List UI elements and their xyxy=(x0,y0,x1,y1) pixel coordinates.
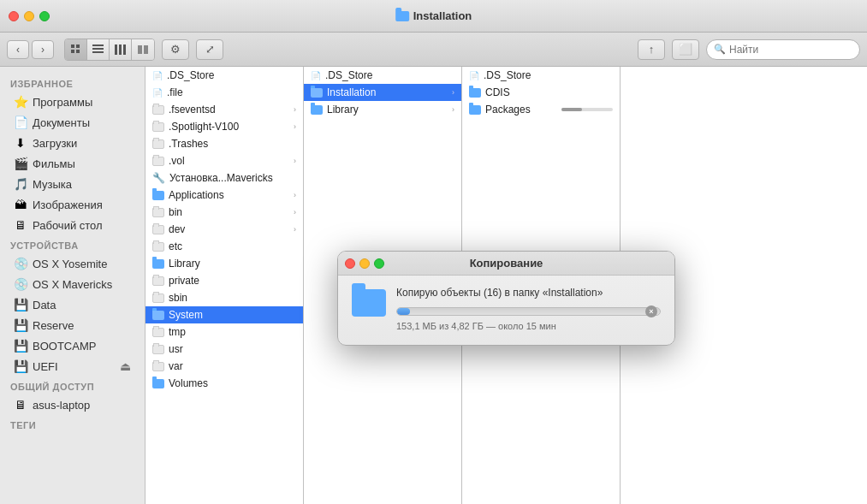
network-icon: 🖥 xyxy=(14,398,27,412)
back-icon: ‹ xyxy=(16,44,20,56)
svg-rect-3 xyxy=(76,50,80,53)
eject-icon[interactable]: ⏏ xyxy=(120,359,131,373)
view-cover-button[interactable] xyxy=(132,39,154,60)
hdd-icon: 💾 xyxy=(14,359,27,373)
sidebar: Избранное ⭐ Программы 📄 Документы ⬇ Загр… xyxy=(0,67,145,504)
sidebar-item-docs[interactable]: 📄 Документы xyxy=(3,113,141,132)
programs-icon: ⭐ xyxy=(14,95,27,109)
sidebar-item-label: Изображения xyxy=(33,199,103,211)
sidebar-item-osx-yosemite[interactable]: 💿 OS X Yosemite xyxy=(3,254,141,273)
title-text: Installation xyxy=(413,9,472,22)
close-button[interactable] xyxy=(9,11,19,21)
sidebar-item-label: OS X Yosemite xyxy=(33,258,107,270)
dialog-body: Копирую объекты (16) в папку «Installati… xyxy=(338,276,674,345)
sidebar-item-movies[interactable]: 🎬 Фильмы xyxy=(3,154,141,173)
back-button[interactable]: ‹ xyxy=(7,40,29,59)
dialog-traffic-lights xyxy=(345,258,384,269)
sidebar-item-asus-laptop[interactable]: 🖥 asus-laptop xyxy=(3,395,141,414)
arrows-icon: ⤢ xyxy=(205,43,215,56)
window-title: Installation xyxy=(395,9,472,22)
svg-rect-2 xyxy=(71,50,74,53)
nav-buttons: ‹ › xyxy=(7,40,54,59)
view-list-button[interactable] xyxy=(87,39,110,60)
sidebar-item-music[interactable]: 🎵 Музыка xyxy=(3,175,141,193)
minimize-button[interactable] xyxy=(24,11,34,21)
shared-header: Общий доступ xyxy=(0,377,145,394)
sidebar-item-label: Рабочий стол xyxy=(33,219,103,232)
toolbar: ‹ › ⚙ ⤢ ↑ ⬜ 🔍 xyxy=(0,33,867,67)
dialog-progress-bar xyxy=(396,307,661,316)
dialog-cancel-button[interactable]: × xyxy=(645,305,657,317)
sidebar-item-bootcamp[interactable]: 💾 BOOTCAMP xyxy=(3,336,141,355)
dialog-folder-icon xyxy=(352,289,386,317)
arrangement-button[interactable]: ⤢ xyxy=(196,39,223,60)
hdd-icon: 💾 xyxy=(14,318,27,332)
forward-icon: › xyxy=(41,44,45,56)
title-folder-icon xyxy=(395,11,409,21)
sidebar-item-label: asus-laptop xyxy=(33,399,90,412)
cancel-icon: × xyxy=(649,307,653,316)
sidebar-item-reserve[interactable]: 💾 Reserve xyxy=(3,316,141,335)
dialog-title: Копирование xyxy=(470,257,543,270)
images-icon: 🏔 xyxy=(14,198,27,211)
dialog-progress-fill xyxy=(397,308,410,315)
tags-header: Теги xyxy=(0,415,145,433)
sidebar-item-label: Фильмы xyxy=(33,157,75,170)
sidebar-item-label: OS X Mavericks xyxy=(33,278,112,291)
dialog-info: Копирую объекты (16) в папку «Installati… xyxy=(396,286,661,331)
svg-rect-11 xyxy=(144,45,148,54)
movies-icon: 🎬 xyxy=(14,157,27,170)
hdd-icon: 💾 xyxy=(14,298,27,311)
gear-icon: ⚙ xyxy=(170,43,181,56)
share-button[interactable]: ↑ xyxy=(638,39,665,60)
sidebar-item-downloads[interactable]: ⬇ Загрузки xyxy=(3,133,141,152)
hdd-icon: 💿 xyxy=(14,257,27,270)
dialog-sub-text: 153,1 МБ из 4,82 ГБ — около 15 мин xyxy=(396,321,661,331)
sidebar-item-osx-mavericks[interactable]: 💿 OS X Mavericks xyxy=(3,275,141,294)
sidebar-item-data[interactable]: 💾 Data xyxy=(3,295,141,314)
search-box[interactable]: 🔍 xyxy=(706,39,860,60)
forward-button[interactable]: › xyxy=(32,40,54,59)
settings-button[interactable]: ⚙ xyxy=(162,39,189,60)
dialog-overlay: Копирование Копирую объекты (16) в папку… xyxy=(145,67,867,504)
view-columns-button[interactable] xyxy=(110,39,132,60)
svg-rect-5 xyxy=(92,48,104,50)
svg-rect-4 xyxy=(92,44,104,46)
svg-rect-9 xyxy=(123,44,126,55)
favorites-header: Избранное xyxy=(0,74,145,92)
sidebar-item-label: Программы xyxy=(33,96,92,109)
dialog-main-text: Копирую объекты (16) в папку «Installati… xyxy=(396,286,661,300)
dialog-progress-container: × xyxy=(396,307,661,316)
sidebar-item-programs[interactable]: ⭐ Программы xyxy=(3,92,141,111)
devices-header: Устройства xyxy=(0,235,145,253)
sidebar-item-label: Музыка xyxy=(33,178,72,191)
dialog-max-button[interactable] xyxy=(374,258,384,269)
sidebar-item-label: BOOTCAMP xyxy=(33,340,96,353)
sidebar-item-label: Data xyxy=(33,299,56,311)
maximize-button[interactable] xyxy=(39,11,50,21)
sidebar-item-desktop[interactable]: 🖥 Рабочий стол xyxy=(3,216,141,234)
hdd-icon: 💿 xyxy=(14,277,27,291)
dialog-close-button[interactable] xyxy=(345,258,355,269)
dialog-titlebar: Копирование xyxy=(338,252,674,276)
svg-rect-7 xyxy=(115,44,117,55)
svg-rect-8 xyxy=(119,44,122,55)
tag-icon: ⬜ xyxy=(679,43,692,56)
copy-dialog: Копирование Копирую объекты (16) в папку… xyxy=(337,251,675,346)
music-icon: 🎵 xyxy=(14,177,27,191)
sidebar-item-uefi[interactable]: 💾 UEFI ⏏ xyxy=(3,357,141,376)
sidebar-item-images[interactable]: 🏔 Изображения xyxy=(3,195,141,214)
traffic-lights xyxy=(9,11,50,21)
main-content: Избранное ⭐ Программы 📄 Документы ⬇ Загр… xyxy=(0,67,867,504)
search-input[interactable] xyxy=(729,44,852,56)
sidebar-item-label: Документы xyxy=(33,116,90,129)
desktop-icon: 🖥 xyxy=(14,218,27,232)
view-buttons xyxy=(64,39,155,61)
tag-button[interactable]: ⬜ xyxy=(672,39,699,60)
dialog-min-button[interactable] xyxy=(359,258,370,269)
view-icon-button[interactable] xyxy=(65,39,87,60)
svg-rect-1 xyxy=(76,44,80,48)
svg-rect-6 xyxy=(92,51,104,53)
sidebar-item-label: Reserve xyxy=(33,319,74,332)
file-browser: 📄 .DS_Store 📄 .file .fseventsd › .Spotli… xyxy=(145,67,867,504)
